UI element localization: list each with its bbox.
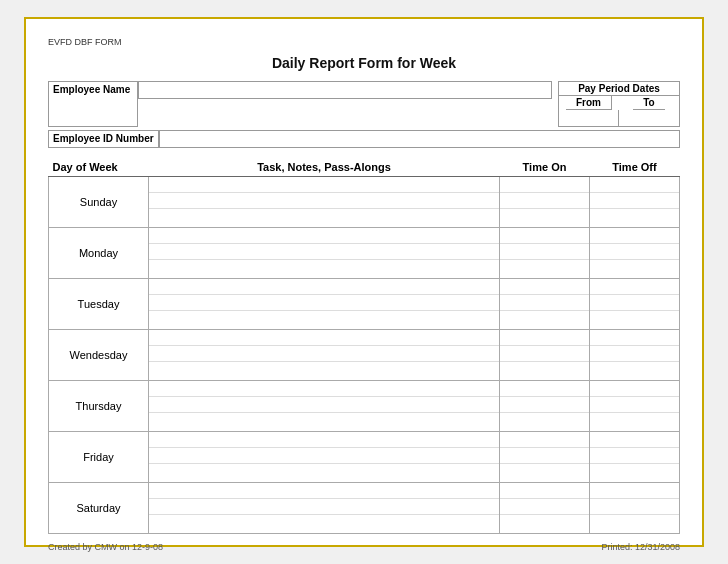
schedule-table: Day of Week Task, Notes, Pass-Alongs Tim… (48, 158, 680, 534)
col-header-time-on: Time On (500, 158, 590, 177)
page: EVFD DBF FORM Daily Report Form for Week… (24, 17, 704, 547)
time-off-cell[interactable] (590, 177, 680, 228)
tasks-cell[interactable] (149, 279, 500, 330)
tasks-cell[interactable] (149, 381, 500, 432)
time-off-cell[interactable] (590, 228, 680, 279)
table-row: Friday (49, 432, 680, 483)
time-off-cell[interactable] (590, 483, 680, 534)
time-off-sub-row (590, 346, 679, 362)
time-off-cell[interactable] (590, 330, 680, 381)
employee-name-input[interactable] (138, 81, 552, 99)
time-off-sub-row (590, 193, 679, 209)
time-off-sub-row (590, 499, 679, 515)
time-off-cell[interactable] (590, 432, 680, 483)
page-title: Daily Report Form for Week (48, 55, 680, 71)
time-off-sub-row (590, 362, 679, 380)
task-sub-row (149, 244, 499, 260)
time-on-sub-row (500, 432, 589, 448)
time-on-cell[interactable] (500, 279, 590, 330)
time-off-sub-row (590, 279, 679, 295)
time-on-sub-row (500, 330, 589, 346)
time-off-sub-row (590, 515, 679, 533)
footer-right: Printed: 12/31/2008 (601, 542, 680, 552)
time-off-sub-row (590, 381, 679, 397)
time-on-sub-row (500, 413, 589, 431)
time-on-sub-row (500, 346, 589, 362)
day-cell: Friday (49, 432, 149, 483)
to-input[interactable] (619, 110, 679, 126)
day-cell: Saturday (49, 483, 149, 534)
day-cell: Monday (49, 228, 149, 279)
day-label: Tuesday (49, 296, 148, 312)
day-cell: Tuesday (49, 279, 149, 330)
tasks-cell[interactable] (149, 432, 500, 483)
time-off-sub-row (590, 448, 679, 464)
pay-period-block: Pay Period Dates From To (558, 81, 680, 127)
task-sub-row (149, 260, 499, 278)
task-sub-row (149, 346, 499, 362)
task-sub-row (149, 209, 499, 227)
time-off-sub-row (590, 432, 679, 448)
task-sub-row (149, 397, 499, 413)
footer-left: Created by CMW on 12-9-08 (48, 542, 163, 552)
table-row: Wendesday (49, 330, 680, 381)
time-off-sub-row (590, 260, 679, 278)
time-on-cell[interactable] (500, 330, 590, 381)
tasks-cell[interactable] (149, 330, 500, 381)
time-on-cell[interactable] (500, 432, 590, 483)
time-off-sub-row (590, 209, 679, 227)
employee-name-label: Employee Name (48, 81, 138, 127)
col-header-time-off: Time Off (590, 158, 680, 177)
table-row: Monday (49, 228, 680, 279)
time-off-sub-row (590, 295, 679, 311)
task-sub-row (149, 362, 499, 380)
task-sub-row (149, 381, 499, 397)
task-sub-row (149, 515, 499, 533)
time-on-cell[interactable] (500, 228, 590, 279)
time-on-cell[interactable] (500, 483, 590, 534)
day-label: Friday (49, 449, 148, 465)
time-off-cell[interactable] (590, 381, 680, 432)
time-off-sub-row (590, 330, 679, 346)
time-on-sub-row (500, 244, 589, 260)
time-on-sub-row (500, 295, 589, 311)
time-on-sub-row (500, 260, 589, 278)
time-on-cell[interactable] (500, 381, 590, 432)
task-sub-row (149, 295, 499, 311)
time-off-sub-row (590, 244, 679, 260)
day-cell: Thursday (49, 381, 149, 432)
time-on-sub-row (500, 464, 589, 482)
col-header-day: Day of Week (49, 158, 149, 177)
time-on-sub-row (500, 448, 589, 464)
employee-id-input[interactable] (159, 130, 680, 148)
time-on-sub-row (500, 228, 589, 244)
time-on-sub-row (500, 483, 589, 499)
task-sub-row (149, 279, 499, 295)
tasks-cell[interactable] (149, 177, 500, 228)
table-row: Thursday (49, 381, 680, 432)
time-on-cell[interactable] (500, 177, 590, 228)
task-sub-row (149, 448, 499, 464)
time-on-sub-row (500, 193, 589, 209)
from-input[interactable] (559, 110, 619, 126)
task-sub-row (149, 177, 499, 193)
time-off-sub-row (590, 464, 679, 482)
time-on-sub-row (500, 515, 589, 533)
tasks-cell[interactable] (149, 483, 500, 534)
pay-period-title: Pay Period Dates (559, 82, 679, 96)
tasks-cell[interactable] (149, 228, 500, 279)
time-off-cell[interactable] (590, 279, 680, 330)
time-off-sub-row (590, 311, 679, 329)
employee-id-label: Employee ID Number (48, 130, 159, 148)
time-off-sub-row (590, 413, 679, 431)
day-label: Sunday (49, 194, 148, 210)
time-off-sub-row (590, 483, 679, 499)
task-sub-row (149, 499, 499, 515)
task-sub-row (149, 311, 499, 329)
time-on-sub-row (500, 311, 589, 329)
time-off-sub-row (590, 228, 679, 244)
task-sub-row (149, 464, 499, 482)
task-sub-row (149, 193, 499, 209)
task-sub-row (149, 330, 499, 346)
from-label: From (566, 96, 612, 110)
